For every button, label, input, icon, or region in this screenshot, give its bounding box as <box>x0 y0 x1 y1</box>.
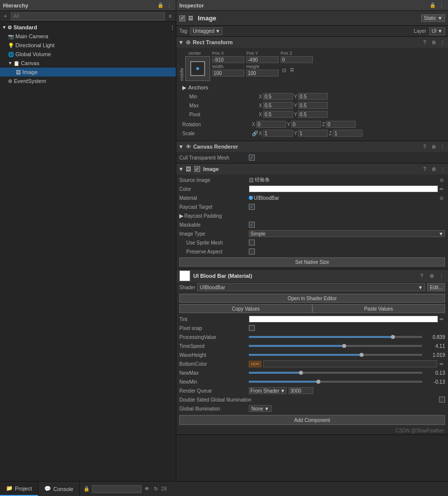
preserve-aspect-checkbox[interactable] <box>249 248 255 254</box>
rotation-label: Rotation <box>182 122 252 127</box>
image-component-header[interactable]: ▼ 🖼 ✓ Image ? ⚙ ⋮ <box>176 164 448 174</box>
anchors-min-y-input[interactable] <box>298 93 328 100</box>
hierarchy-scene[interactable]: ▼ ⚙ Standard ⋮ <box>0 23 176 32</box>
scale-z-input[interactable] <box>333 130 363 137</box>
hierarchy-item-eventsystem[interactable]: ⚙ EventSystem <box>0 77 176 85</box>
canvas-renderer-header[interactable]: ▼ 👁 Canvas Renderer ? ⚙ ⋮ <box>176 141 448 152</box>
double-sided-gi-checkbox[interactable] <box>439 397 445 403</box>
more-icon[interactable]: ⋮ <box>166 2 173 9</box>
color-picker-icon[interactable]: ✏ <box>438 185 445 192</box>
anchors-max-y-input[interactable] <box>298 102 328 109</box>
inspector-more-icon[interactable]: ⋮ <box>438 2 445 9</box>
material-picker-icon[interactable]: ⊙ <box>438 194 445 201</box>
image-more-icon[interactable]: ⋮ <box>439 165 446 172</box>
rect-more-icon[interactable]: ⋮ <box>439 39 446 46</box>
layer-dropdown[interactable]: UI ▼ <box>429 27 445 35</box>
scene-more-icon[interactable]: ⋮ <box>169 24 176 31</box>
hierarchy-search[interactable] <box>11 12 165 20</box>
set-native-size-button[interactable]: Set Native Size <box>179 257 445 266</box>
anchor-selector[interactable] <box>185 56 210 81</box>
raycast-target-checkbox[interactable]: ✓ <box>249 204 255 210</box>
tag-dropdown[interactable]: Untagged ▼ <box>190 27 223 35</box>
resize-icon[interactable]: ⊡ <box>281 67 288 74</box>
width-input[interactable] <box>212 70 244 77</box>
cull-transparent-checkbox[interactable]: ✓ <box>249 155 255 161</box>
anchors-header[interactable]: ▶ Anchors <box>179 83 445 92</box>
maskable-checkbox[interactable]: ✓ <box>249 222 255 228</box>
color-label: Color <box>179 186 249 192</box>
image-settings-icon[interactable]: ⚙ <box>430 165 437 172</box>
lock-icon[interactable]: 🔒 <box>157 2 164 9</box>
bottom-color-picker-icon[interactable]: ✏ <box>438 360 445 367</box>
project-tab[interactable]: 📁 Project <box>0 482 38 496</box>
image-enabled-checkbox[interactable]: ✓ <box>194 166 200 172</box>
pivot-y-input[interactable] <box>298 111 328 118</box>
rect-transform-arrow: ▼ <box>178 39 184 45</box>
render-queue-input[interactable] <box>289 387 313 394</box>
rect-settings-icon[interactable]: ⚙ <box>430 39 437 46</box>
lock-bottom-icon[interactable]: 🔒 <box>83 486 90 493</box>
eye-icon[interactable]: 👁 <box>144 486 150 493</box>
scale-y-input[interactable] <box>298 130 328 137</box>
pos-row-2: Width Height ⊡ R <box>212 64 445 77</box>
source-image-picker-icon[interactable]: ⊙ <box>438 176 445 183</box>
pos-y-input[interactable] <box>246 56 279 63</box>
filter-icon[interactable]: ≡ <box>167 13 174 20</box>
anchors-max-x-input[interactable] <box>263 102 293 109</box>
time-speed-slider[interactable] <box>249 345 422 347</box>
console-tab[interactable]: 💬 Console <box>38 482 79 496</box>
canvas-renderer-settings-icon[interactable]: ⚙ <box>430 143 437 150</box>
preserve-aspect-label: Preserve Aspect <box>179 249 249 254</box>
pos-z-input[interactable] <box>281 56 313 63</box>
global-illumination-dropdown[interactable]: None ▼ <box>249 405 272 412</box>
image-type-dropdown[interactable]: Simple ▼ <box>249 230 445 237</box>
rotation-z-input[interactable] <box>326 121 356 128</box>
refresh-icon[interactable]: ↻ <box>152 486 159 493</box>
rect-transform-header[interactable]: ▼ ⊕ Rect Transform ? ⚙ ⋮ <box>176 37 448 48</box>
use-sprite-mesh-checkbox[interactable] <box>249 240 255 246</box>
anchors-min-x-input[interactable] <box>263 93 293 100</box>
wave-height-slider[interactable] <box>249 354 422 356</box>
bottom-color-swatch[interactable] <box>263 360 437 367</box>
hierarchy-item-main-camera[interactable]: 📷 Main Camera <box>0 32 176 41</box>
hierarchy-item-image[interactable]: 🖼 Image <box>0 68 176 77</box>
open-shader-editor-button[interactable]: Open in Shader Editor <box>179 294 445 303</box>
from-shader-dropdown[interactable]: From Shader ▼ <box>249 387 287 394</box>
pos-x-input[interactable] <box>212 56 244 63</box>
tint-picker-icon[interactable]: ✏ <box>438 316 445 323</box>
rotation-x-input[interactable] <box>256 121 286 128</box>
copy-values-button[interactable]: Copy Values <box>179 304 312 313</box>
hierarchy-item-canvas[interactable]: ▼ 📋 Canvas <box>0 59 176 68</box>
pixel-snap-checkbox[interactable] <box>249 325 255 331</box>
hierarchy-item-directional-light[interactable]: 💡 Directional Light <box>0 41 176 50</box>
color-swatch[interactable] <box>249 185 438 192</box>
height-input[interactable] <box>246 70 279 77</box>
shader-edit-button[interactable]: Open in Shader Editor Edit... <box>427 283 445 291</box>
image-help-icon[interactable]: ? <box>421 165 428 172</box>
hierarchy-item-global-volume[interactable]: 🌐 Global Volume <box>0 50 176 59</box>
static-badge[interactable]: Static ▼ <box>421 14 445 22</box>
anchors-label: Anchors <box>188 84 208 90</box>
add-component-button[interactable]: Add Component <box>179 415 445 425</box>
canvas-renderer-help-icon[interactable]: ? <box>421 143 428 150</box>
new-max-slider[interactable] <box>249 372 422 374</box>
material-component-header[interactable]: UI Blood Bar (Material) ? ⚙ ⋮ <box>176 269 448 282</box>
processing-value-slider[interactable] <box>249 336 422 338</box>
add-icon[interactable]: + <box>2 13 9 20</box>
object-enabled-checkbox[interactable]: ✓ <box>179 15 185 21</box>
rotation-y-input[interactable] <box>291 121 321 128</box>
inspector-lock-icon[interactable]: 🔒 <box>429 2 436 9</box>
bottom-search[interactable] <box>92 485 142 493</box>
new-min-slider[interactable] <box>249 381 422 383</box>
paste-values-button[interactable]: Paste Values <box>312 304 446 313</box>
rect-help-icon[interactable]: ? <box>421 39 428 46</box>
canvas-renderer-more-icon[interactable]: ⋮ <box>439 143 446 150</box>
material-help-icon[interactable]: ? <box>418 272 425 279</box>
blueprint-icon[interactable]: R <box>289 67 296 74</box>
material-settings-icon[interactable]: ⚙ <box>428 272 435 279</box>
tint-swatch[interactable] <box>249 316 438 323</box>
shader-dropdown[interactable]: UIBloodBar ▼ <box>197 283 425 291</box>
material-more-icon[interactable]: ⋮ <box>438 272 445 279</box>
scale-x-input[interactable] <box>263 130 293 137</box>
pivot-x-input[interactable] <box>263 111 293 118</box>
